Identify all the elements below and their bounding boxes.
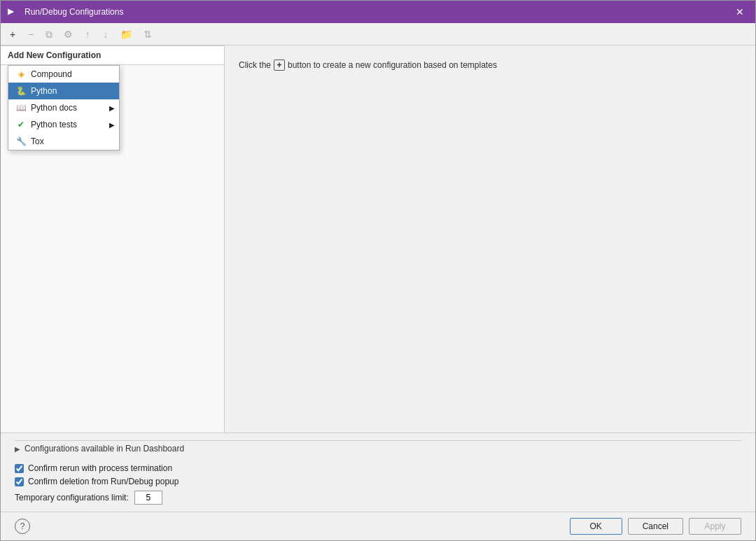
settings-button[interactable]: ⚙ — [59, 27, 77, 42]
collapsible-arrow-icon: ▶ — [15, 445, 20, 453]
temp-config-row: Temporary configurations limit: — [15, 491, 741, 505]
menu-item-compound[interactable]: ◈ Compound — [8, 66, 119, 83]
confirm-rerun-row: Confirm rerun with process termination — [15, 463, 741, 473]
temp-config-input[interactable] — [134, 491, 162, 505]
hint-plus-icon: + — [274, 59, 285, 71]
confirm-rerun-label: Confirm rerun with process termination — [28, 463, 172, 473]
sort-button[interactable]: ⇅ — [139, 27, 156, 42]
confirm-deletion-row: Confirm deletion from Run/Debug popup — [15, 477, 741, 486]
add-new-config-header: Add New Configuration — [1, 45, 224, 65]
config-type-menu: ◈ Compound 🐍 Python 📖 Python docs ▶ ✔ Py… — [8, 65, 120, 150]
left-panel: Add New Configuration ◈ Compound 🐍 Pytho… — [1, 45, 225, 433]
move-up-button[interactable]: ↑ — [80, 27, 95, 42]
run-debug-dialog: ▶ Run/Debug Configurations ✕ + − ⧉ ⚙ ↑ ↓… — [0, 0, 756, 541]
python-docs-icon: 📖 — [15, 102, 27, 113]
python-tests-label: Python tests — [31, 120, 77, 129]
run-dashboard-label: Configurations available in Run Dashboar… — [24, 444, 184, 454]
confirm-deletion-checkbox[interactable] — [15, 477, 24, 486]
python-docs-label: Python docs — [31, 103, 77, 113]
tox-icon: 🔧 — [15, 136, 27, 147]
title-bar-left: ▶ Run/Debug Configurations — [8, 6, 123, 17]
copy-config-button[interactable]: ⧉ — [41, 27, 57, 42]
hint-text-container: Click the + button to create a new confi… — [239, 59, 741, 71]
menu-item-tox[interactable]: 🔧 Tox — [8, 133, 119, 150]
run-dashboard-section[interactable]: ▶ Configurations available in Run Dashbo… — [15, 440, 741, 456]
move-down-button[interactable]: ↓ — [98, 27, 113, 42]
help-button[interactable]: ? — [15, 519, 30, 534]
python-icon: 🐍 — [15, 85, 27, 97]
hint-text-before: Click the — [239, 60, 271, 70]
confirm-rerun-checkbox[interactable] — [15, 464, 24, 473]
footer: ? OK Cancel Apply — [1, 512, 755, 540]
cancel-button[interactable]: Cancel — [628, 518, 683, 535]
tox-label: Tox — [31, 136, 44, 146]
add-config-button[interactable]: + — [5, 27, 20, 42]
bottom-area: ▶ Configurations available in Run Dashbo… — [1, 433, 755, 512]
menu-item-python-tests[interactable]: ✔ Python tests ▶ — [8, 116, 119, 133]
menu-item-python-docs[interactable]: 📖 Python docs ▶ — [8, 99, 119, 116]
folder-button[interactable]: 📁 — [116, 27, 136, 42]
temp-config-label: Temporary configurations limit: — [15, 493, 129, 503]
title-bar: ▶ Run/Debug Configurations ✕ — [1, 1, 755, 23]
python-tests-icon: ✔ — [15, 119, 27, 130]
python-label: Python — [31, 86, 57, 96]
compound-label: Compound — [31, 69, 72, 79]
apply-button[interactable]: Apply — [689, 518, 741, 535]
close-button[interactable]: ✕ — [732, 6, 748, 18]
python-tests-arrow: ▶ — [109, 121, 115, 129]
confirm-deletion-label: Confirm deletion from Run/Debug popup — [28, 477, 178, 486]
menu-item-python[interactable]: 🐍 Python — [8, 83, 119, 99]
right-panel: Click the + button to create a new confi… — [225, 45, 755, 433]
python-docs-arrow: ▶ — [109, 104, 115, 112]
remove-config-button[interactable]: − — [23, 27, 38, 42]
dialog-title: Run/Debug Configurations — [24, 7, 123, 17]
dialog-icon: ▶ — [8, 6, 19, 17]
footer-left: ? — [15, 519, 30, 534]
compound-icon: ◈ — [15, 69, 27, 80]
toolbar: + − ⧉ ⚙ ↑ ↓ 📁 ⇅ — [1, 23, 755, 45]
ok-button[interactable]: OK — [570, 518, 622, 535]
main-content: Add New Configuration ◈ Compound 🐍 Pytho… — [1, 45, 755, 433]
hint-text-after: button to create a new configuration bas… — [288, 60, 497, 70]
